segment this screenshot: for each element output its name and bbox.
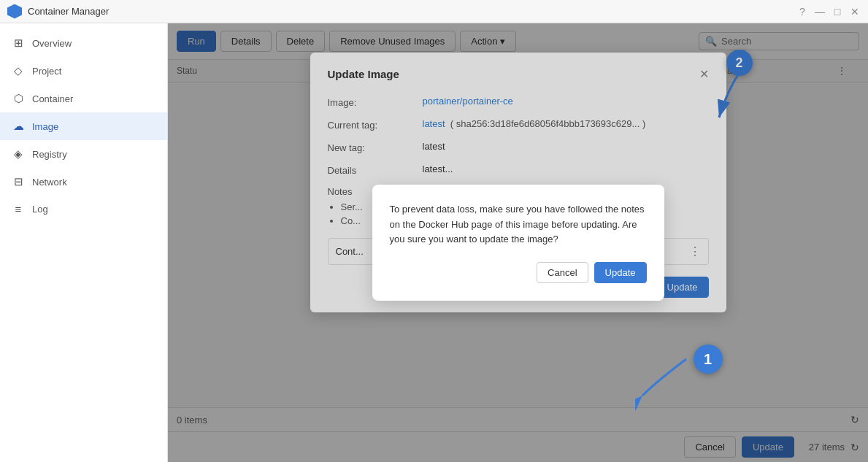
sidebar-item-log[interactable]: ≡ Log (0, 196, 167, 223)
titlebar-left: Container Manager (7, 4, 109, 19)
minimize-button[interactable]: — (814, 6, 826, 18)
help-button[interactable]: ? (796, 6, 808, 18)
sidebar-item-image[interactable]: ☁ Image (0, 112, 167, 140)
log-icon: ≡ (12, 203, 25, 215)
sidebar-item-label: Registry (32, 149, 67, 160)
confirm-overlay: To prevent data loss, make sure you have… (168, 23, 868, 462)
content-area: Run Details Delete Remove Unused Images … (168, 23, 868, 462)
network-icon: ⊟ (12, 175, 25, 188)
close-button[interactable]: ✕ (849, 6, 861, 18)
sidebar-item-overview[interactable]: ⊞ Overview (0, 29, 167, 57)
confirm-footer: Cancel Update (390, 262, 647, 283)
annotation-arrow-1 (635, 352, 694, 410)
image-icon: ☁ (12, 120, 25, 133)
project-icon: ◇ (12, 64, 25, 77)
sidebar-item-container[interactable]: ⬡ Container (0, 85, 167, 112)
sidebar-item-project[interactable]: ◇ Project (0, 57, 167, 85)
sidebar-item-network[interactable]: ⊟ Network (0, 168, 167, 196)
sidebar-item-label: Overview (32, 38, 72, 49)
sidebar: ⊞ Overview ◇ Project ⬡ Container ☁ Image… (0, 23, 168, 462)
main-layout: ⊞ Overview ◇ Project ⬡ Container ☁ Image… (0, 23, 868, 462)
app-logo (7, 4, 22, 19)
maximize-button[interactable]: □ (831, 6, 843, 18)
sidebar-item-registry[interactable]: ◈ Registry (0, 140, 167, 168)
annotation-1-area: 1 (694, 344, 723, 374)
sidebar-item-label: Container (32, 93, 73, 104)
sidebar-item-label: Image (32, 121, 58, 132)
overview-icon: ⊞ (12, 36, 25, 50)
container-icon: ⬡ (12, 92, 25, 105)
sidebar-item-label: Network (32, 177, 67, 188)
confirm-cancel-button[interactable]: Cancel (537, 262, 588, 283)
confirm-update-button[interactable]: Update (594, 262, 647, 283)
sidebar-item-label: Project (32, 66, 61, 77)
titlebar: Container Manager ? — □ ✕ (0, 0, 868, 23)
annotation-circle-1: 1 (694, 344, 723, 374)
registry-icon: ◈ (12, 147, 25, 161)
window-controls: ? — □ ✕ (796, 6, 861, 18)
confirm-dialog: To prevent data loss, make sure you have… (372, 185, 664, 301)
sidebar-item-label: Log (32, 204, 48, 215)
confirm-text: To prevent data loss, make sure you have… (390, 202, 647, 247)
app-title: Container Manager (28, 6, 109, 17)
